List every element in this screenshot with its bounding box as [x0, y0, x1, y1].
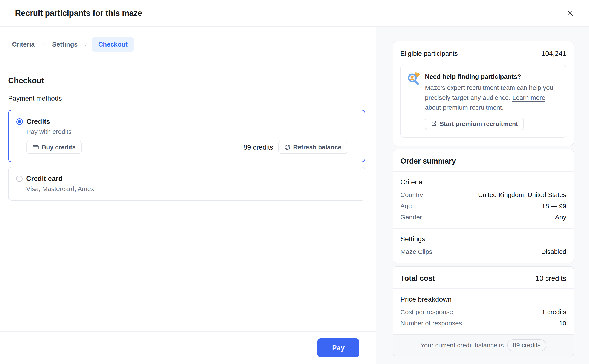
credits-radio[interactable] — [16, 118, 23, 125]
breakdown-row-number-of-responses: Number of responses 10 — [400, 319, 566, 327]
start-premium-recruitment-label: Start premium recruitment — [440, 120, 518, 128]
summary-row-age: Age 18 — 99 — [400, 202, 566, 210]
recruit-participants-modal: Recruit participants for this maze Crite… — [0, 0, 589, 364]
modal-header: Recruit participants for this maze — [0, 0, 589, 27]
credits-option-description: Pay with credits — [26, 128, 347, 136]
breadcrumb-separator-icon — [82, 42, 90, 47]
checkout-heading: Checkout — [8, 76, 365, 85]
age-value: 18 — 99 — [542, 202, 566, 210]
buy-credits-label: Buy credits — [42, 144, 76, 151]
country-value: United Kingdom, United States — [478, 191, 566, 199]
external-link-icon — [431, 121, 437, 127]
checkout-pane: Criteria Settings Checkout Checkout Paym… — [0, 27, 376, 364]
eligible-participants-value: 104,241 — [541, 50, 566, 58]
refresh-icon — [285, 144, 291, 150]
settings-section: Settings Maze Clips Disabled — [393, 228, 574, 263]
maze-clips-value: Disabled — [541, 248, 566, 255]
buy-credits-button[interactable]: Buy credits — [26, 141, 82, 154]
order-sidebar: Eligible participants 104,241 Need help … — [376, 27, 589, 364]
number-of-responses-value: 10 — [559, 319, 566, 327]
credit-card-icon — [33, 144, 39, 150]
close-icon — [566, 9, 575, 18]
breadcrumb-separator-icon — [39, 42, 47, 47]
eligible-participants-label: Eligible participants — [400, 50, 458, 58]
premium-recruitment-help-card: Need help finding participants? Maze’s e… — [400, 65, 566, 138]
credits-actions: Buy credits 89 credits Refresh balance — [26, 141, 347, 154]
total-cost-value: 10 credits — [536, 274, 566, 282]
eligible-participants-card: Eligible participants 104,241 Need help … — [393, 41, 574, 146]
help-card-title: Need help finding participants? — [425, 73, 559, 80]
checkout-footer: Pay — [0, 331, 376, 364]
magnifier-person-gem-icon — [407, 72, 421, 86]
modal-body: Criteria Settings Checkout Checkout Paym… — [0, 27, 589, 364]
credit-balance-text: 89 credits — [243, 143, 273, 151]
credits-option-title: Credits — [26, 118, 50, 126]
summary-row-maze-clips: Maze Clips Disabled — [400, 248, 566, 255]
gender-label: Gender — [400, 214, 422, 221]
cost-per-response-value: 1 credits — [542, 308, 566, 316]
credit-card-radio[interactable] — [16, 176, 23, 182]
close-button[interactable] — [563, 6, 577, 20]
help-card-content: Need help finding participants? Maze’s e… — [425, 72, 559, 130]
price-breakdown-section: Price breakdown Cost per response 1 cred… — [393, 289, 574, 334]
credit-balance-footer: Your current credit balance is 89 credit… — [393, 334, 574, 356]
summary-row-gender: Gender Any — [400, 214, 566, 221]
criteria-heading: Criteria — [400, 178, 566, 186]
age-label: Age — [400, 202, 412, 210]
credit-card-option-title: Credit card — [26, 175, 62, 183]
number-of-responses-label: Number of responses — [400, 319, 462, 327]
summary-row-country: Country United Kingdom, United States — [400, 191, 566, 199]
payment-methods-label: Payment methods — [8, 95, 365, 102]
checkout-main: Checkout Payment methods Credits Pay wit… — [0, 62, 376, 331]
gender-value: Any — [555, 214, 566, 221]
settings-heading: Settings — [400, 235, 566, 243]
breadcrumb-item-checkout[interactable]: Checkout — [92, 37, 134, 52]
refresh-balance-label: Refresh balance — [293, 144, 341, 151]
breadcrumb-item-criteria[interactable]: Criteria — [9, 38, 38, 51]
maze-clips-label: Maze Clips — [400, 248, 432, 255]
pay-button[interactable]: Pay — [318, 338, 359, 357]
total-cost-label: Total cost — [400, 274, 435, 282]
breakdown-row-cost-per-response: Cost per response 1 credits — [400, 308, 566, 316]
order-summary-title: Order summary — [400, 157, 456, 165]
payment-option-credits[interactable]: Credits Pay with credits Buy credits 89 … — [8, 110, 365, 162]
refresh-balance-button[interactable]: Refresh balance — [278, 141, 347, 154]
breadcrumb-item-settings[interactable]: Settings — [49, 38, 81, 51]
payment-option-credit-card[interactable]: Credit card Visa, Mastercard, Amex — [8, 167, 365, 201]
criteria-section: Criteria Country United Kingdom, United … — [393, 172, 574, 228]
order-summary-card: Order summary Criteria Country United Ki… — [393, 149, 574, 263]
credit-card-option-description: Visa, Mastercard, Amex — [26, 185, 348, 193]
credit-balance-note: Your current credit balance is — [420, 342, 503, 349]
country-label: Country — [400, 191, 423, 199]
total-cost-card: Total cost 10 credits Price breakdown Co… — [393, 266, 574, 357]
credit-balance-badge: 89 credits — [507, 339, 546, 351]
cost-per-response-label: Cost per response — [400, 308, 453, 316]
breadcrumb: Criteria Settings Checkout — [0, 27, 376, 62]
price-breakdown-heading: Price breakdown — [400, 295, 566, 303]
page-title: Recruit participants for this maze — [15, 9, 142, 18]
start-premium-recruitment-button[interactable]: Start premium recruitment — [425, 118, 524, 130]
